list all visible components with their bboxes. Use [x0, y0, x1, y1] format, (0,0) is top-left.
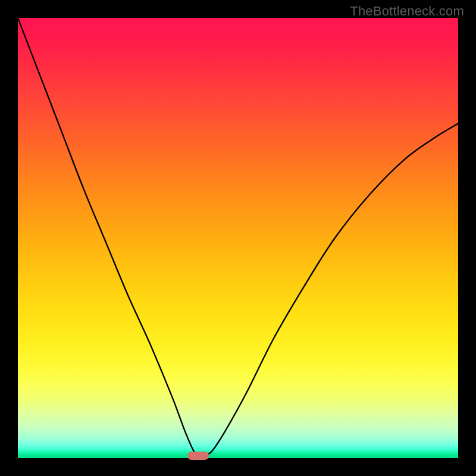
chart-plot-area [18, 18, 458, 458]
minimum-marker [187, 452, 209, 460]
bottleneck-curve [18, 18, 458, 458]
watermark-text: TheBottleneck.com [350, 4, 464, 19]
